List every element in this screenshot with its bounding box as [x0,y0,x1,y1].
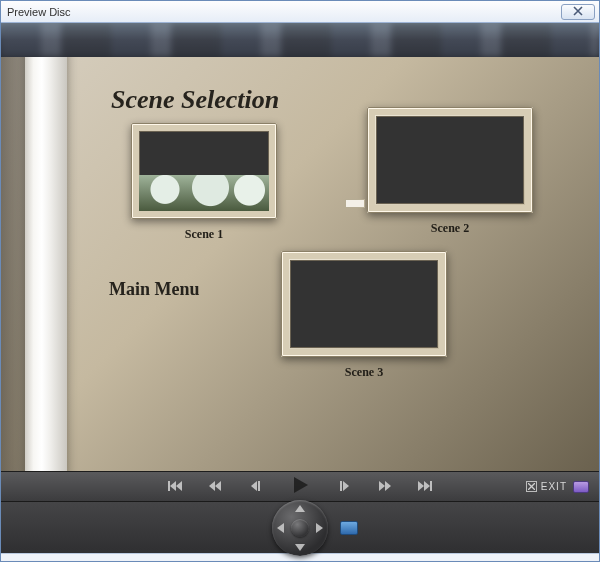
picture-frame [131,123,277,219]
preview-disc-window: Preview Disc Scene Selection Main Menu S… [0,0,600,562]
svg-marker-12 [418,481,424,491]
exit-button[interactable]: EXIT [526,481,567,492]
svg-marker-7 [294,477,308,493]
svg-marker-10 [379,481,385,491]
scene-1-thumbnail [139,131,269,211]
step-forward-button[interactable] [336,478,354,496]
svg-marker-9 [343,481,349,491]
scene-1-label: Scene 1 [131,227,277,242]
svg-marker-3 [209,481,215,491]
scene-1-button[interactable]: Scene 1 [131,123,277,242]
step-forward-icon [339,478,351,496]
svg-marker-13 [424,481,430,491]
skip-start-button[interactable] [166,478,184,496]
titlebar: Preview Disc [1,1,599,23]
window-title: Preview Disc [5,6,561,18]
svg-rect-0 [168,481,170,491]
scene-3-button[interactable]: Scene 3 [281,251,447,380]
scene-2-thumbnail [376,116,524,204]
dpad-right-button[interactable] [316,523,323,533]
svg-rect-14 [430,481,432,491]
window-glass-strip [1,23,599,57]
dpad-left-button[interactable] [277,523,284,533]
exit-group: EXIT [526,472,589,501]
svg-marker-11 [385,481,391,491]
skip-end-button[interactable] [416,478,434,496]
selection-indicator [345,199,365,208]
skip-start-icon [168,478,182,496]
picture-frame [367,107,533,213]
scene-2-label: Scene 2 [367,221,533,236]
decorative-column [25,57,67,471]
playback-bar: EXIT [1,471,599,501]
scene-2-button[interactable]: Scene 2 [367,107,533,236]
menu-heading: Scene Selection [111,85,279,115]
play-button[interactable] [286,473,314,501]
picture-frame [281,251,447,357]
skip-end-icon [418,478,432,496]
fast-forward-button[interactable] [376,478,394,496]
fast-forward-icon [378,478,392,496]
play-icon [290,475,310,499]
scene-3-label: Scene 3 [281,365,447,380]
menu-button[interactable] [340,521,358,535]
step-back-icon [249,478,261,496]
svg-marker-4 [215,481,221,491]
dpad-up-button[interactable] [295,505,305,512]
svg-marker-2 [176,481,182,491]
step-back-button[interactable] [246,478,264,496]
close-icon [573,6,583,18]
dpad-enter-button[interactable] [291,519,309,537]
x-box-icon [526,481,537,492]
svg-marker-1 [170,481,176,491]
close-button[interactable] [561,4,595,20]
dpad [272,500,328,556]
svg-marker-5 [251,481,257,491]
scene-3-thumbnail [290,260,438,348]
dpad-down-button[interactable] [295,544,305,551]
rewind-button[interactable] [206,478,224,496]
navigation-bar [1,501,599,553]
rewind-icon [208,478,222,496]
dvd-menu-preview: Scene Selection Main Menu Scene 1 Scene … [1,57,599,471]
svg-rect-6 [258,481,260,491]
fullscreen-button[interactable] [573,481,589,493]
svg-rect-8 [340,481,342,491]
main-menu-link[interactable]: Main Menu [109,279,200,300]
exit-label: EXIT [541,481,567,492]
